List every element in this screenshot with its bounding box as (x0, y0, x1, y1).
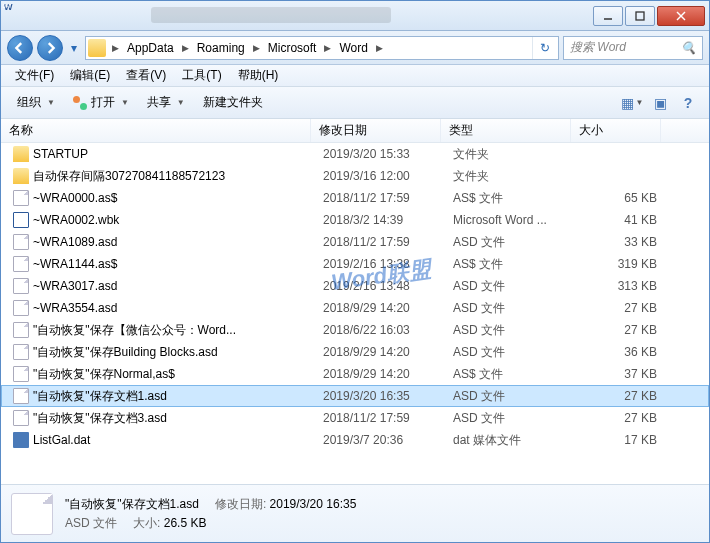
menu-view[interactable]: 查看(V) (118, 67, 174, 84)
file-row[interactable]: "自动恢复"保存Normal,as$2018/9/29 14:20AS$ 文件3… (1, 363, 709, 385)
forward-button[interactable] (37, 35, 63, 61)
open-button[interactable]: 打开▼ (65, 91, 137, 115)
breadcrumb-word[interactable]: Word (333, 41, 373, 55)
file-row[interactable]: "自动恢复"保存Building Blocks.asd2018/9/29 14:… (1, 341, 709, 363)
file-row[interactable]: ~WRA3017.asd2019/2/16 13:48ASD 文件313 KB (1, 275, 709, 297)
file-icon (13, 410, 29, 426)
file-type: ASD 文件 (445, 234, 575, 251)
preview-pane-button[interactable]: ▣ (647, 91, 673, 115)
file-row[interactable]: "自动恢复"保存【微信公众号：Word...2018/6/22 16:03ASD… (1, 319, 709, 341)
file-name: 自动保存间隔307270841188572123 (33, 168, 225, 185)
details-date-value: 2019/3/20 16:35 (270, 497, 357, 511)
refresh-button[interactable]: ↻ (532, 37, 556, 59)
file-size: 27 KB (575, 323, 665, 337)
view-options-button[interactable]: ▦▼ (619, 91, 645, 115)
open-icon (73, 96, 87, 110)
file-name: ~WRA1089.asd (33, 235, 117, 249)
file-row[interactable]: ~WRA1144.as$2019/2/16 13:38AS$ 文件319 KB (1, 253, 709, 275)
file-type: 文件夹 (445, 168, 575, 185)
menu-edit[interactable]: 编辑(E) (62, 67, 118, 84)
file-row[interactable]: ListGal.dat2019/3/7 20:36dat 媒体文件17 KB (1, 429, 709, 451)
file-date: 2019/2/16 13:48 (315, 279, 445, 293)
column-name[interactable]: 名称 (1, 119, 311, 142)
svg-rect-1 (636, 12, 644, 20)
back-button[interactable] (7, 35, 33, 61)
file-date: 2018/11/2 17:59 (315, 235, 445, 249)
file-row[interactable]: ~WRA1089.asd2018/11/2 17:59ASD 文件33 KB (1, 231, 709, 253)
file-name: ListGal.dat (33, 433, 90, 447)
details-size-label: 大小: (133, 516, 160, 530)
menu-tools[interactable]: 工具(T) (174, 67, 229, 84)
menu-help[interactable]: 帮助(H) (230, 67, 287, 84)
file-row[interactable]: "自动恢复"保存文档3.asd2018/11/2 17:59ASD 文件27 K… (1, 407, 709, 429)
file-icon (13, 190, 29, 206)
column-type[interactable]: 类型 (441, 119, 571, 142)
chevron-down-icon: ▼ (177, 98, 185, 107)
file-type: dat 媒体文件 (445, 432, 575, 449)
file-type: Microsoft Word ... (445, 213, 575, 227)
file-size: 33 KB (575, 235, 665, 249)
file-icon (13, 366, 29, 382)
breadcrumb-appdata[interactable]: AppData (121, 41, 180, 55)
chevron-right-icon: ▶ (110, 43, 121, 53)
search-input[interactable]: 搜索 Word 🔍 (563, 36, 703, 60)
file-type: ASD 文件 (445, 410, 575, 427)
share-button[interactable]: 共享▼ (139, 91, 193, 115)
file-type: AS$ 文件 (445, 256, 575, 273)
window-title-blurred (151, 7, 391, 23)
file-name: "自动恢复"保存文档1.asd (33, 388, 167, 405)
column-date[interactable]: 修改日期 (311, 119, 441, 142)
breadcrumb-roaming[interactable]: Roaming (191, 41, 251, 55)
menu-file[interactable]: 文件(F) (7, 67, 62, 84)
history-dropdown[interactable]: ▾ (67, 35, 81, 61)
file-date: 2018/9/29 14:20 (315, 345, 445, 359)
file-size: 27 KB (575, 411, 665, 425)
file-row[interactable]: ~WRA0002.wbk2018/3/2 14:39Microsoft Word… (1, 209, 709, 231)
command-bar: 组织▼ 打开▼ 共享▼ 新建文件夹 ▦▼ ▣ ? (1, 87, 709, 119)
file-name: "自动恢复"保存Normal,as$ (33, 366, 175, 383)
file-size: 27 KB (575, 389, 665, 403)
maximize-button[interactable] (625, 6, 655, 26)
file-name: "自动恢复"保存文档3.asd (33, 410, 167, 427)
breadcrumb-microsoft[interactable]: Microsoft (262, 41, 323, 55)
chevron-down-icon: ▼ (47, 98, 55, 107)
file-row[interactable]: 自动保存间隔3072708411885721232019/3/16 12:00文… (1, 165, 709, 187)
titlebar (1, 1, 709, 31)
file-size: 37 KB (575, 367, 665, 381)
file-name: ~WRA3554.asd (33, 301, 117, 315)
file-row[interactable]: ~WRA0000.as$2018/11/2 17:59AS$ 文件65 KB (1, 187, 709, 209)
new-folder-button[interactable]: 新建文件夹 (195, 91, 271, 115)
file-date: 2019/2/16 13:38 (315, 257, 445, 271)
details-text: "自动恢复"保存文档1.asd 修改日期: 2019/3/20 16:35 AS… (65, 496, 356, 532)
file-icon (13, 278, 29, 294)
file-size: 313 KB (575, 279, 665, 293)
file-type: AS$ 文件 (445, 190, 575, 207)
file-name: ~WRA1144.as$ (33, 257, 117, 271)
folder-icon (13, 146, 29, 162)
file-row[interactable]: ~WRA3554.asd2018/9/29 14:20ASD 文件27 KB (1, 297, 709, 319)
file-icon (13, 234, 29, 250)
file-date: 2019/3/20 15:33 (315, 147, 445, 161)
file-type: ASD 文件 (445, 388, 575, 405)
column-size[interactable]: 大小 (571, 119, 661, 142)
file-list[interactable]: STARTUP2019/3/20 15:33文件夹自动保存间隔307270841… (1, 143, 709, 484)
file-date: 2018/3/2 14:39 (315, 213, 445, 227)
minimize-button[interactable] (593, 6, 623, 26)
close-button[interactable] (657, 6, 705, 26)
file-size: 27 KB (575, 301, 665, 315)
help-button[interactable]: ? (675, 91, 701, 115)
file-name: "自动恢复"保存【微信公众号：Word... (33, 322, 236, 339)
file-row[interactable]: STARTUP2019/3/20 15:33文件夹 (1, 143, 709, 165)
file-name: STARTUP (33, 147, 88, 161)
address-bar[interactable]: ▶ AppData ▶ Roaming ▶ Microsoft ▶ Word ▶… (85, 36, 559, 60)
explorer-window: ▾ ▶ AppData ▶ Roaming ▶ Microsoft ▶ Word… (0, 0, 710, 543)
file-icon (13, 322, 29, 338)
file-date: 2018/6/22 16:03 (315, 323, 445, 337)
details-size-value: 26.5 KB (164, 516, 207, 530)
column-header-row: 名称 修改日期 类型 大小 (1, 119, 709, 143)
folder-icon (88, 39, 106, 57)
chevron-right-icon: ▶ (180, 43, 191, 53)
file-row[interactable]: "自动恢复"保存文档1.asd2019/3/20 16:35ASD 文件27 K… (1, 385, 709, 407)
details-pane: "自动恢复"保存文档1.asd 修改日期: 2019/3/20 16:35 AS… (1, 484, 709, 542)
organize-button[interactable]: 组织▼ (9, 91, 63, 115)
